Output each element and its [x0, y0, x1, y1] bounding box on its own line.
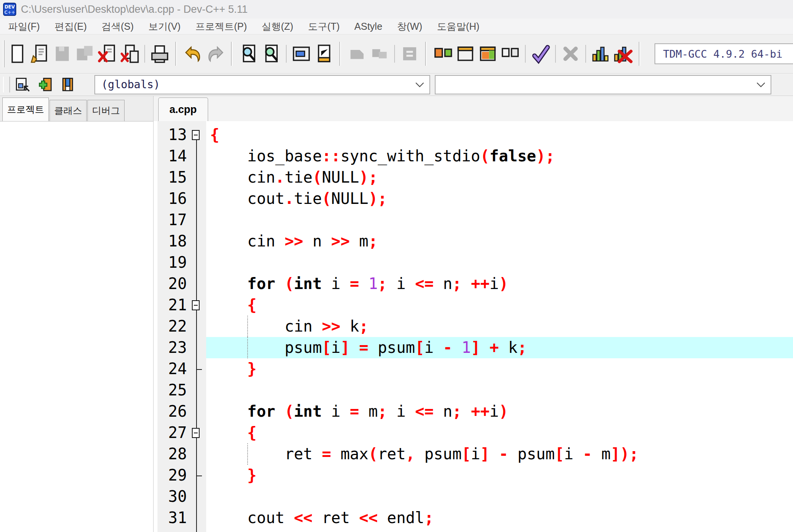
- menu-item-file[interactable]: 파일(F): [1, 20, 47, 33]
- code-line-14[interactable]: 14 ios_base::sync_with_stdio(false);: [157, 145, 793, 167]
- menu-item-astyle[interactable]: AStyle: [347, 21, 390, 32]
- close-file-button[interactable]: [96, 43, 118, 65]
- gutter[interactable]: 15: [157, 167, 206, 188]
- gutter[interactable]: 24: [157, 358, 206, 380]
- goto-line-button[interactable]: [313, 43, 335, 65]
- menu-item-tools[interactable]: 도구(T): [301, 20, 347, 33]
- code-line-26[interactable]: 26 for (int i = m; i <= n; ++i): [157, 401, 793, 422]
- compile-button[interactable]: [346, 43, 368, 65]
- project-tree-panel[interactable]: [0, 121, 153, 532]
- code-text[interactable]: [206, 486, 793, 507]
- code-text[interactable]: [206, 529, 793, 532]
- member-combo[interactable]: [435, 75, 771, 94]
- menu-item-help[interactable]: 도움말(H): [430, 20, 487, 33]
- code-text[interactable]: for (int i = m; i <= n; ++i): [206, 401, 793, 422]
- code-line-16[interactable]: 16 cout.tie(NULL);: [157, 188, 793, 209]
- code-text[interactable]: }: [206, 465, 793, 486]
- gutter[interactable]: 32: [157, 529, 206, 532]
- compile-run-button[interactable]: [368, 43, 391, 65]
- sidebar-tab-debug[interactable]: 디버그: [87, 100, 125, 121]
- gutter[interactable]: 28: [157, 443, 206, 465]
- code-line-21[interactable]: 21 {: [157, 294, 793, 316]
- menu-item-run[interactable]: 실행(Z): [254, 20, 301, 33]
- gutter[interactable]: 26: [157, 401, 206, 422]
- menu-item-window[interactable]: 창(W): [390, 20, 429, 33]
- sidebar-tab-project[interactable]: 프로젝트: [2, 98, 49, 121]
- code-line-29[interactable]: 29 }: [157, 465, 793, 486]
- save-all-button[interactable]: [73, 43, 96, 65]
- code-line-28[interactable]: 28 ret = max(ret, psum[i] - psum[i - m])…: [157, 443, 793, 465]
- find-button[interactable]: [238, 43, 260, 65]
- find-in-files-button[interactable]: [260, 43, 282, 65]
- code-line-19[interactable]: 19: [157, 252, 793, 273]
- code-text[interactable]: ios_base::sync_with_stdio(false);: [206, 145, 793, 167]
- code-text[interactable]: cin >> k;: [206, 316, 793, 337]
- fold-collapse-marker[interactable]: [192, 300, 200, 310]
- gutter[interactable]: 25: [157, 380, 206, 401]
- code-text[interactable]: cout.tie(NULL);: [206, 188, 793, 209]
- code-text[interactable]: {: [206, 294, 793, 316]
- gutter[interactable]: 23: [157, 337, 206, 358]
- gutter[interactable]: 13: [157, 124, 206, 145]
- menu-item-search[interactable]: 검색(S): [94, 20, 141, 33]
- undo-button[interactable]: [182, 43, 204, 65]
- code-line-25[interactable]: 25: [157, 380, 793, 401]
- code-line-31[interactable]: 31 cout << ret << endl;: [157, 507, 793, 529]
- gutter[interactable]: 16: [157, 188, 206, 209]
- gutter[interactable]: 14: [157, 145, 206, 167]
- code-text[interactable]: [206, 209, 793, 231]
- gutter[interactable]: 30: [157, 486, 206, 507]
- gutter[interactable]: 29: [157, 465, 206, 486]
- astyle-format-button[interactable]: [529, 43, 552, 65]
- add-item-button[interactable]: [34, 75, 56, 94]
- goto-window-button[interactable]: [12, 75, 34, 94]
- code-text[interactable]: cout << ret << endl;: [206, 507, 793, 529]
- code-text[interactable]: }: [206, 358, 793, 380]
- code-line-20[interactable]: 20 for (int i = 1; i <= n; ++i): [157, 273, 793, 294]
- tab-a-cpp[interactable]: a.cpp: [158, 98, 208, 121]
- gutter[interactable]: 22: [157, 316, 206, 337]
- code-line-27[interactable]: 27 {: [157, 422, 793, 443]
- code-area[interactable]: 13{14 ios_base::sync_with_stdio(false);1…: [154, 121, 793, 532]
- profile-delete-button[interactable]: [612, 43, 634, 65]
- window-fill-button[interactable]: [477, 43, 499, 65]
- new-file-button[interactable]: [6, 43, 29, 65]
- code-text[interactable]: {: [206, 124, 793, 145]
- menu-item-view[interactable]: 보기(V): [141, 20, 188, 33]
- gutter[interactable]: 19: [157, 252, 206, 273]
- gutter[interactable]: 31: [157, 507, 206, 529]
- fold-collapse-marker[interactable]: [192, 428, 200, 438]
- code-line-17[interactable]: 17: [157, 209, 793, 231]
- code-line-23[interactable]: 23 psum[i] = psum[i - 1] + k;: [157, 337, 793, 358]
- code-line-30[interactable]: 30: [157, 486, 793, 507]
- redo-button[interactable]: [204, 43, 227, 65]
- gutter[interactable]: 27: [157, 422, 206, 443]
- run-button[interactable]: [398, 43, 421, 65]
- gutter[interactable]: 21: [157, 294, 206, 316]
- gutter[interactable]: 20: [157, 273, 206, 294]
- window-new-button[interactable]: [454, 43, 477, 65]
- window-tiles-button[interactable]: [499, 43, 521, 65]
- gutter[interactable]: 17: [157, 209, 206, 231]
- code-line-32[interactable]: 32: [157, 529, 793, 532]
- print-button[interactable]: [149, 43, 171, 65]
- code-text[interactable]: [206, 252, 793, 273]
- code-text[interactable]: [206, 380, 793, 401]
- code-line-24[interactable]: 24 }: [157, 358, 793, 380]
- scope-combo[interactable]: (globals): [94, 75, 430, 94]
- open-file-button[interactable]: [29, 43, 51, 65]
- code-text[interactable]: {: [206, 422, 793, 443]
- code-line-15[interactable]: 15 cin.tie(NULL);: [157, 167, 793, 188]
- code-text[interactable]: ret = max(ret, psum[i] - psum[i - m]);: [206, 443, 793, 465]
- menu-item-edit[interactable]: 편집(E): [47, 20, 94, 33]
- project-options-button[interactable]: [432, 43, 454, 65]
- close-all-button[interactable]: [118, 43, 141, 65]
- code-line-18[interactable]: 18 cin >> n >> m;: [157, 231, 793, 252]
- compiler-combo[interactable]: TDM-GCC 4.9.2 64-bi: [655, 43, 793, 64]
- bookmark-button[interactable]: [56, 75, 79, 94]
- code-text[interactable]: cin >> n >> m;: [206, 231, 793, 252]
- gutter[interactable]: 18: [157, 231, 206, 252]
- save-file-button[interactable]: [51, 43, 73, 65]
- highlighted-code-text[interactable]: psum[i] = psum[i - 1] + k;: [206, 337, 793, 358]
- menu-item-project[interactable]: 프로젝트(P): [188, 20, 254, 33]
